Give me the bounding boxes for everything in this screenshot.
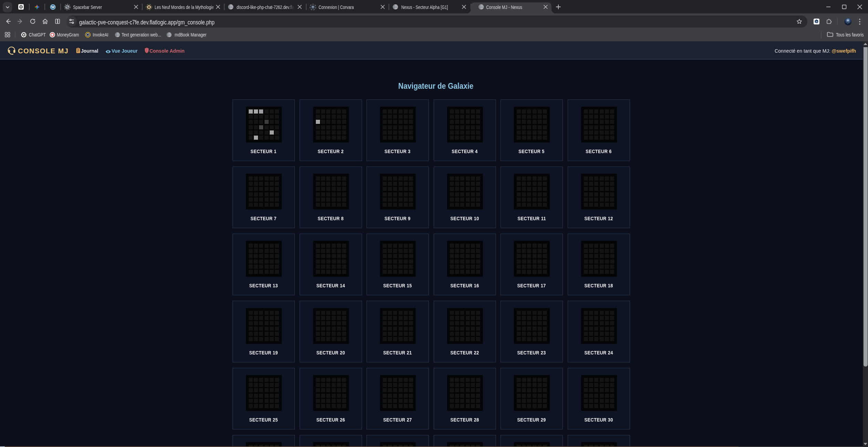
- svg-text:W: W: [51, 5, 55, 9]
